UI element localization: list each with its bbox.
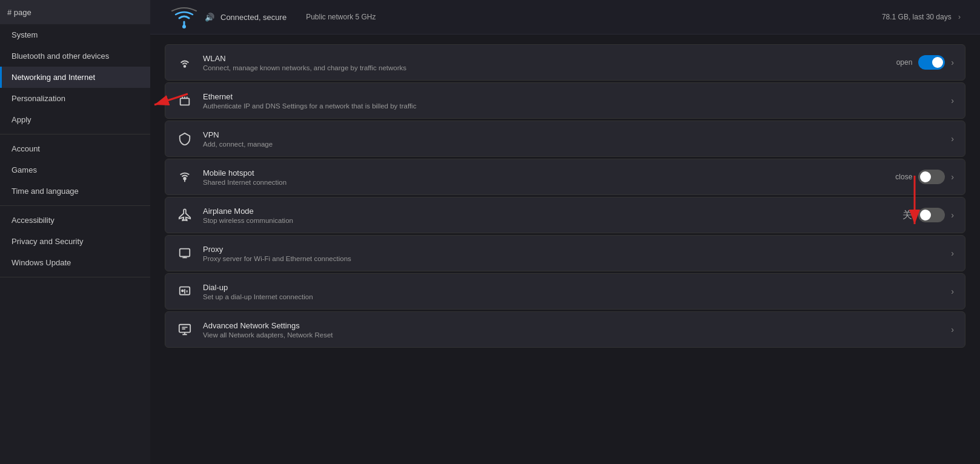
settings-item-wlan[interactable]: WLANConnect, manage known networks, and … xyxy=(165,44,965,81)
chevron-vpn[interactable]: › xyxy=(951,134,954,144)
main-content: 🔊 Connected, secure Public network 5 GHz… xyxy=(150,0,980,464)
settings-item-airplane[interactable]: Airplane ModeStop wireless communication… xyxy=(165,197,965,233)
toggle-hotspot[interactable] xyxy=(918,170,945,184)
airplane-icon xyxy=(176,208,193,222)
item-subtitle-hotspot: Shared Internet connection xyxy=(203,179,886,186)
vpn-icon xyxy=(176,132,193,145)
item-title-ethernet: Ethernet xyxy=(203,92,941,101)
proxy-icon xyxy=(176,247,193,260)
chevron-dialup[interactable]: › xyxy=(951,287,954,296)
chevron-airplane[interactable]: › xyxy=(951,210,954,220)
settings-list: WLANConnect, manage known networks, and … xyxy=(150,35,980,359)
settings-item-ethernet[interactable]: EthernetAuthenticate IP and DNS Settings… xyxy=(165,82,965,119)
item-title-dialup: Dial-up xyxy=(203,283,941,292)
chevron-ethernet[interactable]: › xyxy=(951,96,954,105)
chevron-wlan[interactable]: › xyxy=(951,58,954,67)
item-text-wlan: WLANConnect, manage known networks, and … xyxy=(203,54,887,71)
sidebar-item-privacy[interactable]: Privacy and Security xyxy=(0,231,150,252)
item-subtitle-wlan: Connect, manage known networks, and char… xyxy=(203,64,887,71)
item-right-proxy: › xyxy=(951,248,954,258)
wifi-connected-text: Connected, secure xyxy=(220,13,286,22)
item-title-vpn: VPN xyxy=(203,130,941,139)
data-usage-text: 78.1 GB, last 30 days xyxy=(882,13,952,21)
network-type-label: Public network 5 GHz xyxy=(306,13,376,21)
chevron-hotspot[interactable]: › xyxy=(951,172,954,182)
ethernet-icon xyxy=(176,94,193,107)
sidebar-item-windows[interactable]: Windows Update xyxy=(0,252,150,273)
item-right-dialup: › xyxy=(951,287,954,296)
item-right-vpn: › xyxy=(951,134,954,144)
sidebar-divider xyxy=(0,277,150,277)
toggle-wlan[interactable] xyxy=(918,55,945,70)
item-title-proxy: Proxy xyxy=(203,245,941,254)
item-text-hotspot: Mobile hotspotShared Internet connection xyxy=(203,168,886,186)
item-right-wlan: open› xyxy=(896,55,954,70)
item-subtitle-vpn: Add, connect, manage xyxy=(203,141,941,148)
wifi-icon xyxy=(170,5,199,29)
chevron-advanced[interactable]: › xyxy=(951,325,954,334)
chevron-wifi-right[interactable]: › xyxy=(958,13,961,21)
toggle-knob-wlan xyxy=(932,57,943,68)
wifi-status-signal-icon: 🔊 xyxy=(205,13,214,22)
sidebar-divider xyxy=(0,205,150,206)
settings-item-dialup[interactable]: Dial-upSet up a dial-up Internet connect… xyxy=(165,273,965,310)
toggle-knob-airplane xyxy=(920,210,931,220)
wifi-icon xyxy=(176,56,193,69)
settings-item-proxy[interactable]: ProxyProxy server for Wi-Fi and Ethernet… xyxy=(165,235,965,271)
sidebar-item-personalization[interactable]: Personalization xyxy=(0,88,150,109)
item-text-advanced: Advanced Network SettingsView all Networ… xyxy=(203,321,941,339)
item-subtitle-ethernet: Authenticate IP and DNS Settings for a n… xyxy=(203,102,941,110)
data-usage: 78.1 GB, last 30 days › xyxy=(882,13,961,21)
sidebar-item-apps[interactable]: Apply xyxy=(0,109,150,130)
item-right-hotspot: close› xyxy=(895,170,954,184)
item-subtitle-advanced: View all Network adapters, Network Reset xyxy=(203,331,941,339)
item-right-advanced: › xyxy=(951,325,954,334)
sidebar-item-system[interactable]: System xyxy=(0,24,150,45)
wifi-icon-area: 🔊 Connected, secure xyxy=(170,5,286,29)
svg-rect-2 xyxy=(180,98,190,105)
item-title-hotspot: Mobile hotspot xyxy=(203,168,886,177)
item-subtitle-airplane: Stop wireless communication xyxy=(203,217,893,224)
svg-point-6 xyxy=(182,290,184,292)
sidebar-header-text: # page xyxy=(7,8,31,17)
svg-rect-7 xyxy=(179,325,190,333)
sidebar-header: # page xyxy=(0,0,150,24)
settings-item-hotspot[interactable]: Mobile hotspotShared Internet connection… xyxy=(165,159,965,195)
sidebar-item-games[interactable]: Games xyxy=(0,159,150,181)
item-text-proxy: ProxyProxy server for Wi-Fi and Ethernet… xyxy=(203,245,941,262)
toggle-label-hotspot: close xyxy=(895,173,912,181)
item-title-airplane: Airplane Mode xyxy=(203,207,893,216)
item-right-ethernet: › xyxy=(951,96,954,105)
hotspot-icon xyxy=(176,170,193,184)
kanji-label-airplane: 关 xyxy=(902,209,912,222)
item-text-vpn: VPNAdd, connect, manage xyxy=(203,130,941,148)
item-title-wlan: WLAN xyxy=(203,54,887,63)
svg-point-3 xyxy=(184,177,186,180)
item-right-airplane: 关› xyxy=(902,208,954,222)
sidebar-item-time[interactable]: Time and language xyxy=(0,181,150,202)
item-subtitle-dialup: Set up a dial-up Internet connection xyxy=(203,293,941,300)
chevron-proxy[interactable]: › xyxy=(951,248,954,258)
svg-rect-4 xyxy=(180,249,190,257)
settings-item-vpn[interactable]: VPNAdd, connect, manage› xyxy=(165,121,965,157)
item-text-airplane: Airplane ModeStop wireless communication xyxy=(203,207,893,224)
item-subtitle-proxy: Proxy server for Wi-Fi and Ethernet conn… xyxy=(203,255,941,262)
wifi-status-bar: 🔊 Connected, secure Public network 5 GHz… xyxy=(150,0,980,35)
sidebar: # page SystemBluetooth and other devices… xyxy=(0,0,150,464)
advanced-icon xyxy=(176,323,193,336)
svg-point-1 xyxy=(184,65,186,67)
sidebar-item-networking[interactable]: Networking and Internet xyxy=(0,67,150,88)
sidebar-item-accessibility[interactable]: Accessibility xyxy=(0,210,150,231)
settings-item-advanced[interactable]: Advanced Network SettingsView all Networ… xyxy=(165,311,965,348)
toggle-label-wlan: open xyxy=(896,58,913,67)
toggle-airplane[interactable] xyxy=(918,208,945,222)
sidebar-item-account[interactable]: Account xyxy=(0,138,150,159)
network-info: Public network 5 GHz xyxy=(306,13,376,21)
item-title-advanced: Advanced Network Settings xyxy=(203,321,941,330)
dialup-icon xyxy=(176,285,193,298)
svg-point-0 xyxy=(182,25,186,28)
sidebar-item-bluetooth[interactable]: Bluetooth and other devices xyxy=(0,45,150,67)
item-text-dialup: Dial-upSet up a dial-up Internet connect… xyxy=(203,283,941,300)
item-text-ethernet: EthernetAuthenticate IP and DNS Settings… xyxy=(203,92,941,110)
sidebar-nav: SystemBluetooth and other devicesNetwork… xyxy=(0,24,150,281)
